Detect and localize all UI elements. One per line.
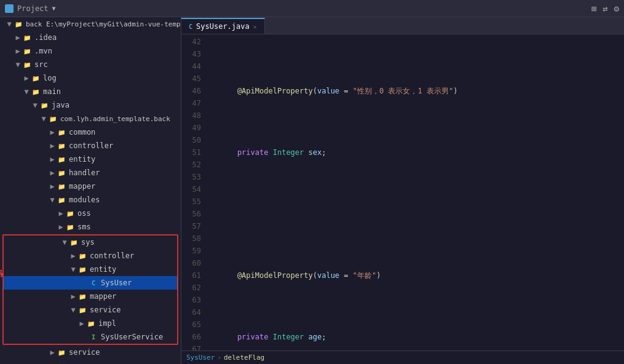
tree-item-com-lyh[interactable]: ▼ 📁 com.lyh.admin_template.back (0, 112, 181, 125)
tree-arrow-java: ▼ (31, 101, 39, 109)
tree-arrow-oss: ▶ (57, 209, 65, 218)
folder-icon-sys-impl: 📁 (86, 318, 96, 328)
editor-area: C SysUser.java ✕ 42 43 44 45 46 47 48 49… (181, 17, 624, 364)
tree-item-mvn[interactable]: ▶ 📁 .mvn (0, 44, 181, 58)
tree-label-sms: sms (77, 223, 91, 231)
tree-arrow-sys-entity: ▼ (69, 265, 77, 274)
tree-item-java[interactable]: ▼ 📁 java (0, 98, 181, 112)
tree-label-oss: oss (77, 209, 91, 218)
folder-icon-controller: 📁 (57, 141, 66, 151)
breadcrumb-field[interactable]: deleteFlag (224, 354, 264, 362)
tree-label-log: log (43, 74, 57, 82)
dropdown-arrow[interactable]: ▼ (52, 5, 56, 12)
tree-item-sys[interactable]: ▼ 📁 sys (4, 235, 177, 249)
tree-item-sms[interactable]: ▶ 📁 sms (0, 220, 181, 234)
tree-item-service-top[interactable]: ▶ 📁 service (0, 346, 181, 359)
tree-item-sys-mapper[interactable]: ▶ 📁 mapper (4, 290, 177, 303)
tree-label-sys-controller: controller (90, 251, 134, 260)
tree-item-sys-service[interactable]: ▼ 📁 service (4, 303, 177, 317)
tree-item-sysuser[interactable]: C SysUser (4, 276, 177, 290)
tree-label-mapper: mapper (69, 182, 95, 191)
tree-item-modules[interactable]: ▼ 📁 modules (0, 193, 181, 207)
tree-arrow-src: ▼ (14, 60, 22, 69)
tree-item-oss[interactable]: ▶ 📁 oss (0, 207, 181, 220)
tree-label-common: common (69, 128, 95, 136)
settings-icon[interactable]: ⚙ (614, 4, 619, 14)
tree-label-sysuser: SysUser (101, 279, 132, 287)
tree-arrow-idea: ▶ (14, 33, 22, 42)
folder-icon-log: 📁 (31, 73, 41, 83)
tree-arrow-main: ▼ (22, 87, 31, 96)
folder-icon-sys: 📁 (69, 237, 79, 247)
folder-icon-sys-controller: 📁 (77, 251, 87, 261)
tab-close-sysuser[interactable]: ✕ (253, 23, 257, 30)
tree-item-vo[interactable]: ▶ 📁 vo (0, 359, 181, 364)
toolbar-icons: ⊞ ⇄ ⚙ (591, 4, 619, 14)
tab-icon-sysuser: C (189, 23, 192, 30)
tree-arrow-com-lyh: ▼ (39, 114, 48, 123)
tree-item-idea[interactable]: ▶ 📁 .idea (0, 31, 181, 44)
tree-arrow-modules: ▼ (48, 196, 57, 204)
tree-label-sys-impl: impl (98, 319, 116, 328)
tree-label-java: java (52, 101, 69, 109)
tree-label-service-top: service (69, 348, 100, 357)
code-line-46: private Integer age; (211, 331, 624, 343)
tree-label-sys-mapper: mapper (90, 292, 116, 301)
tree-arrow-common: ▶ (48, 128, 57, 136)
folder-icon-src: 📁 (22, 60, 32, 69)
breadcrumb-class[interactable]: SysUser (186, 354, 215, 362)
tree-item-back[interactable]: ▼ 📁 back E:\myProject\myGit\admin-vue-te… (0, 17, 181, 31)
tree-item-log[interactable]: ▶ 📁 log (0, 71, 181, 85)
folder-icon-sys-service: 📁 (77, 305, 87, 315)
code-content[interactable]: @ApiModelProperty(value = "性别，0 表示女，1 表示… (206, 34, 624, 350)
tree-arrow-log: ▶ (22, 74, 31, 82)
folder-icon-java: 📁 (39, 100, 49, 110)
tab-label-sysuser: SysUser.java (196, 22, 250, 31)
folder-icon-mapper: 📁 (57, 181, 66, 191)
project-icon (5, 4, 14, 13)
tree-label-entity: entity (69, 155, 95, 164)
folder-icon-service-top: 📁 (57, 347, 66, 357)
tree-arrow-mapper: ▶ (48, 182, 57, 191)
breadcrumb-bar: SysUser › deleteFlag (181, 350, 624, 364)
tree-label-vo: vo (69, 362, 77, 364)
tree-item-handler[interactable]: ▶ 📁 handler (0, 166, 181, 180)
tree-label-idea: .idea (34, 33, 57, 42)
tree-item-entity[interactable]: ▶ 📁 entity (0, 152, 181, 166)
tree-label-sysuserservice: SysUserService (101, 333, 163, 341)
tree-arrow-back: ▼ (5, 20, 14, 28)
tree-label-src: src (34, 60, 48, 69)
code-line-42: @ApiModelProperty(value = "性别，0 表示女，1 表示… (211, 85, 624, 97)
tree-arrow-sys-mapper: ▶ (69, 292, 77, 301)
folder-icon-common: 📁 (57, 127, 66, 137)
folder-icon-com-lyh: 📁 (48, 114, 58, 124)
code-line-45: @ApiModelProperty(value = "年龄") (211, 269, 624, 282)
tree-item-common[interactable]: ▶ 📁 common (0, 125, 181, 139)
tree-item-sys-controller[interactable]: ▶ 📁 controller (4, 249, 177, 263)
tree-item-controller[interactable]: ▶ 📁 controller (0, 139, 181, 152)
tree-label-com-lyh: com.lyh.admin_template.back (60, 115, 170, 123)
tree-label-main: main (43, 87, 61, 96)
tree-label-mvn: .mvn (34, 47, 52, 55)
tree-item-sys-impl[interactable]: ▶ 📁 impl (4, 317, 177, 330)
tree-label-controller: controller (69, 141, 113, 150)
tree-item-src[interactable]: ▼ 📁 src (0, 58, 181, 71)
folder-icon-sys-mapper: 📁 (77, 291, 87, 301)
tab-sysuser[interactable]: C SysUser.java ✕ (181, 18, 265, 34)
tree-item-sys-entity[interactable]: ▼ 📁 entity (4, 263, 177, 276)
folder-icon-modules: 📁 (57, 195, 66, 205)
code-container[interactable]: 42 43 44 45 46 47 48 49 50 51 52 53 54 5… (181, 34, 624, 350)
top-bar: Project ▼ ⊞ ⇄ ⚙ (0, 0, 624, 17)
tree-item-sysuserservice[interactable]: I SysUserService (4, 330, 177, 344)
folder-icon-vo: 📁 (57, 361, 66, 364)
tree-item-main[interactable]: ▼ 📁 main (0, 85, 181, 98)
project-label: Project (17, 4, 49, 13)
tree-item-mapper[interactable]: ▶ 📁 mapper (0, 180, 181, 193)
transfer-icon[interactable]: ⇄ (602, 4, 607, 14)
code-line-44 (211, 208, 624, 220)
tree-arrow-sms: ▶ (57, 223, 65, 231)
grid-icon[interactable]: ⊞ (591, 4, 596, 14)
tree-arrow-vo: ▶ (48, 362, 57, 364)
tree-label-handler: handler (69, 168, 100, 177)
folder-icon-entity: 📁 (57, 154, 66, 164)
